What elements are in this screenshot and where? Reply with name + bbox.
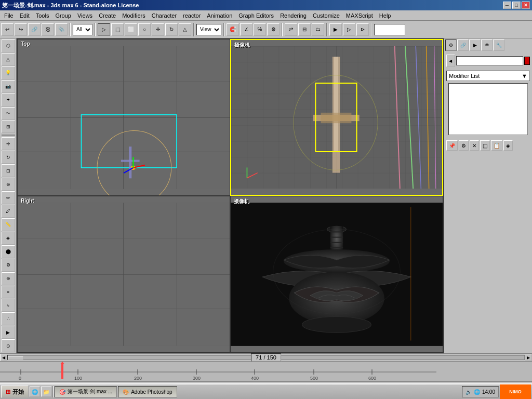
scale-left-button[interactable]: ⊡	[2, 164, 15, 177]
make-unique-button[interactable]: ◈	[503, 140, 513, 151]
cameras-button[interactable]: 📷	[2, 80, 15, 93]
uniform-scale-button[interactable]: △	[179, 23, 191, 36]
menu-modifiers[interactable]: Modifiers	[119, 11, 149, 20]
object-color-swatch[interactable]	[524, 57, 530, 65]
scroll-right-btn[interactable]: ▶	[525, 354, 532, 361]
configure-button[interactable]: ⚙	[459, 140, 469, 151]
viewport-right[interactable]: Right	[17, 196, 230, 353]
measure-button[interactable]: 📏	[2, 218, 15, 231]
move-button[interactable]: ✛	[152, 23, 164, 36]
mirror-button[interactable]: ⇌	[285, 23, 297, 36]
menu-customize[interactable]: Customize	[310, 11, 343, 20]
rotate-button[interactable]: ↻	[165, 23, 178, 36]
snap-toggle[interactable]: 🧲	[227, 23, 239, 36]
rect-select-button[interactable]: ⬜	[125, 23, 137, 36]
hierarchy-tab[interactable]: 🔗	[457, 39, 469, 51]
setting-button[interactable]: ⚙	[2, 259, 15, 272]
shapes-button[interactable]: △	[2, 53, 15, 66]
menu-group[interactable]: Group	[52, 11, 74, 20]
maximize-button[interactable]: □	[512, 2, 521, 9]
display-tab[interactable]: 👁	[481, 39, 493, 51]
wave-button[interactable]: ≈	[2, 299, 15, 312]
helpers-button[interactable]: ✦	[2, 94, 15, 107]
create-geo-button[interactable]: ⬡	[2, 39, 15, 52]
modifier-list-dropdown[interactable]: Modifier List ▼	[446, 71, 530, 81]
scroll-left-btn[interactable]: ◀	[0, 354, 7, 361]
taskbar-3dsmax[interactable]: 🎯 第一场景-剑.max ...	[55, 386, 117, 397]
move-left-button[interactable]: ✛	[2, 137, 15, 150]
menu-character[interactable]: Character	[149, 11, 180, 20]
svg-text:600: 600	[368, 376, 376, 381]
pen-button[interactable]: 🖊	[2, 205, 15, 218]
modifier-list-area[interactable]	[448, 83, 528, 135]
pin-stack-button[interactable]: 📌	[446, 140, 458, 151]
bind-button[interactable]: 📎	[55, 23, 68, 36]
quick-render-button[interactable]: ▷	[343, 23, 355, 36]
spinner-snap[interactable]: ⚙	[267, 23, 280, 36]
taskbar-icon-explorer[interactable]: 📁	[41, 387, 51, 397]
render-last-button[interactable]: ⊳	[356, 23, 369, 36]
toolbar-separator-6	[326, 23, 327, 36]
menu-tools[interactable]: Tools	[33, 11, 52, 20]
snap-left-button[interactable]: ⊕	[2, 272, 15, 285]
redo-button[interactable]: ↪	[15, 23, 27, 36]
delete-mod-button[interactable]: ✕	[470, 140, 479, 151]
texture-button[interactable]: ⬤	[2, 245, 15, 258]
systems-button[interactable]: ⊞	[2, 121, 15, 134]
menu-animation[interactable]: Animation	[204, 11, 235, 20]
copy-mod-button[interactable]: ◫	[480, 140, 490, 151]
undo-button[interactable]: ↩	[1, 23, 14, 36]
minimize-button[interactable]: ─	[503, 2, 511, 9]
paste-mod-button[interactable]: 📋	[491, 140, 502, 151]
timeline-scrollbar-thumb[interactable]	[8, 356, 23, 360]
menu-graph-editors[interactable]: Graph Editors	[235, 11, 277, 20]
back-button[interactable]: ◀	[446, 55, 455, 67]
viewport-top[interactable]: Top	[17, 39, 230, 196]
layer-button[interactable]: 🗂	[312, 23, 324, 36]
paint-button[interactable]: ✏	[2, 191, 15, 204]
motion-tab[interactable]: ▶	[469, 39, 481, 51]
select-obj-button[interactable]: ⊛	[2, 178, 15, 191]
object-name-input[interactable]	[456, 56, 523, 65]
taskbar-3dsmax-label: 第一场景-剑.max ...	[68, 388, 112, 395]
spacewarp-button[interactable]: 〜	[2, 107, 15, 120]
render-scene-button[interactable]: ▶	[329, 23, 342, 36]
timeline-track[interactable]: 0 100 200 300 400 500 600	[0, 362, 532, 381]
viewport-camera-bottom[interactable]: 摄像机	[230, 196, 443, 353]
align-button[interactable]: ⊟	[298, 23, 311, 36]
menu-edit[interactable]: Edit	[17, 11, 33, 20]
menu-views[interactable]: Views	[74, 11, 96, 20]
menu-help[interactable]: Help	[376, 11, 394, 20]
named-selection-input[interactable]	[374, 24, 405, 35]
menu-file[interactable]: File	[1, 11, 17, 20]
angle-snap[interactable]: ∠	[240, 23, 252, 36]
lasso-button[interactable]: ○	[138, 23, 151, 36]
unlink-button[interactable]: ⛓	[42, 23, 54, 36]
viewport-camera-top[interactable]: 摄像机	[230, 39, 443, 196]
particles-button[interactable]: ∴	[2, 312, 15, 325]
menu-create[interactable]: Create	[96, 11, 119, 20]
select-button[interactable]: ▷	[98, 23, 110, 36]
material-button[interactable]: ◈	[2, 232, 15, 245]
percent-snap[interactable]: %	[254, 23, 266, 36]
menu-reactor[interactable]: reactor	[180, 11, 204, 20]
menu-maxscript[interactable]: MAXScript	[343, 11, 376, 20]
menu-rendering[interactable]: Rendering	[277, 11, 310, 20]
start-button[interactable]: ⊞ 开始	[1, 385, 29, 398]
taskbar-icon-ie[interactable]: 🌐	[30, 387, 40, 397]
close-button[interactable]: ✕	[522, 2, 530, 9]
lights-button[interactable]: 💡	[2, 66, 15, 79]
anim-btn-1[interactable]: ▶	[2, 326, 15, 339]
select-region-button[interactable]: ⬚	[111, 23, 124, 36]
filter-dropdown[interactable]: All	[73, 24, 92, 35]
rotate-left-button[interactable]: ↻	[2, 151, 15, 164]
anim-btn-2[interactable]: ⊙	[2, 339, 15, 352]
view-dropdown[interactable]: View	[196, 24, 221, 35]
start-label: 开始	[12, 388, 24, 396]
timeline-scroll[interactable]: ◀ 71 / 150 ▶	[0, 354, 532, 362]
misc-button[interactable]: ≡	[2, 286, 15, 299]
utilities-tab[interactable]: 🔧	[493, 39, 504, 51]
modify-tab[interactable]: ⚙	[445, 39, 457, 51]
taskbar-photoshop[interactable]: 🎨 Adobe Photoshop	[118, 386, 177, 397]
select-link-button[interactable]: 🔗	[28, 23, 41, 36]
